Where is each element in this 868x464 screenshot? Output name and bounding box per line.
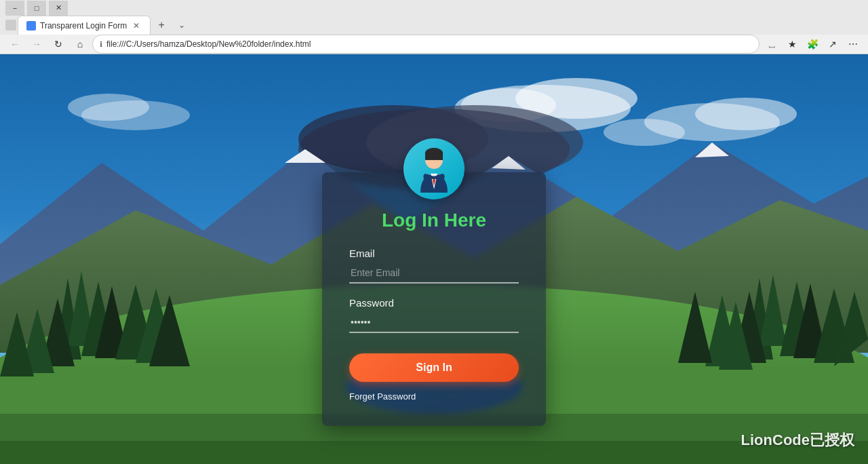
tab-close-button[interactable]: ✕ (131, 20, 142, 31)
active-tab[interactable]: Transparent Login Form ✕ (18, 16, 151, 35)
sidebar-toggle-button[interactable]: ⎵ (762, 35, 781, 54)
password-input[interactable] (349, 313, 519, 333)
titlebar: − □ ✕ (0, 0, 868, 16)
browser-icon (5, 20, 16, 31)
share-button[interactable]: ↗ (823, 35, 842, 54)
svg-rect-45 (425, 152, 443, 160)
svg-rect-42 (0, 441, 868, 464)
email-form-group: Email (349, 248, 519, 284)
close-button[interactable]: ✕ (49, 1, 68, 16)
login-card-wrapper: Log In Here Email Password Sign In Forge… (322, 138, 546, 426)
home-button[interactable]: ⌂ (71, 35, 90, 54)
sign-in-button[interactable]: Sign In (349, 353, 519, 382)
browser-chrome: − □ ✕ Transparent Login Form ✕ + ⌄ ← → ↻… (0, 0, 868, 54)
login-card: Log In Here Email Password Sign In Forge… (322, 172, 546, 426)
browser-toolbar: ← → ↻ ⌂ ℹ file:///C:/Users/hamza/Desktop… (0, 35, 868, 54)
password-label: Password (349, 297, 519, 309)
tab-title-text: Transparent Login Form (40, 21, 127, 31)
address-bar[interactable]: ℹ file:///C:/Users/hamza/Desktop/New%20f… (92, 35, 760, 54)
extensions-button[interactable]: 🧩 (803, 35, 822, 54)
tab-favicon (26, 21, 36, 31)
forward-button[interactable]: → (27, 35, 46, 54)
watermark: LionCode已授权 (741, 430, 854, 450)
new-tab-button[interactable]: + (152, 16, 171, 35)
refresh-button[interactable]: ↻ (49, 35, 68, 54)
minimize-button[interactable]: − (5, 1, 24, 16)
password-form-group: Password (349, 297, 519, 333)
avatar (403, 138, 465, 199)
email-label: Email (349, 248, 519, 259)
forgot-password-link[interactable]: Forget Password (349, 391, 416, 402)
login-title: Log In Here (349, 210, 519, 231)
svg-point-5 (695, 98, 797, 130)
page-background: Log In Here Email Password Sign In Forge… (0, 54, 868, 464)
back-button[interactable]: ← (5, 35, 24, 54)
toolbar-actions: ⎵ ★ 🧩 ↗ ⋯ (762, 35, 863, 54)
tab-overflow-button[interactable]: ⌄ (172, 16, 191, 35)
svg-point-8 (68, 94, 149, 121)
maximize-button[interactable]: □ (27, 1, 46, 16)
bookmark-button[interactable]: ★ (783, 35, 802, 54)
avatar-svg (410, 145, 458, 193)
lock-icon: ℹ (100, 40, 102, 49)
more-button[interactable]: ⋯ (844, 35, 863, 54)
svg-point-6 (604, 119, 685, 146)
avatar-container (322, 138, 546, 199)
email-input[interactable] (349, 263, 519, 284)
address-text: file:///C:/Users/hamza/Desktop/New%20fol… (106, 39, 752, 49)
